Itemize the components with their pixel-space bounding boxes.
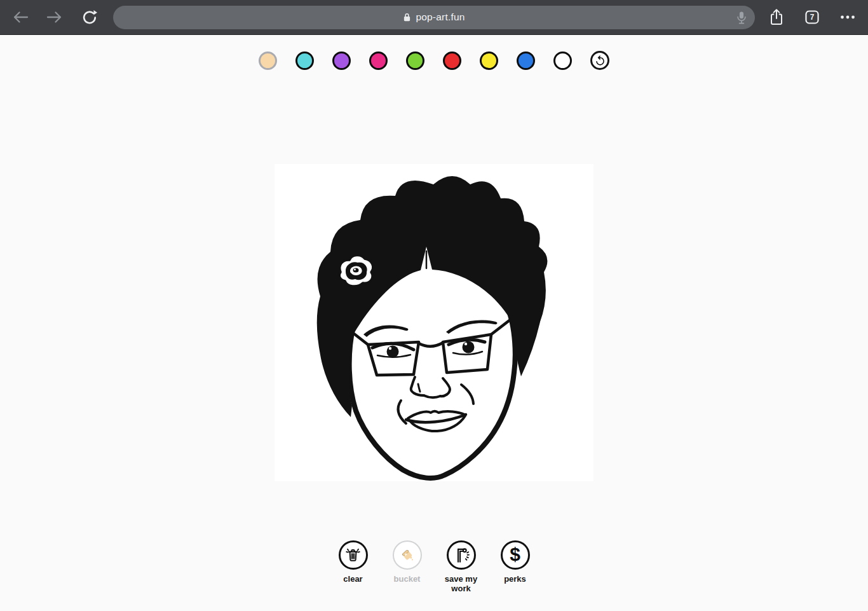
swatch-purple[interactable] [332, 51, 351, 70]
swatch-turquoise[interactable] [295, 51, 314, 70]
swatch-red[interactable] [443, 51, 461, 70]
clear-button[interactable]: clear [326, 540, 380, 594]
reload-button[interactable] [78, 6, 100, 29]
url-text-wrap: pop-art.fun [403, 11, 465, 23]
back-button[interactable] [9, 6, 32, 29]
right-pupil [463, 341, 475, 354]
swatch-skin-tan[interactable] [259, 51, 277, 70]
action-bar: clear bucket [0, 540, 868, 594]
swatch-blue[interactable] [517, 51, 535, 70]
dollar-icon: $ [510, 545, 520, 564]
microphone-icon [736, 10, 747, 25]
tabs-button[interactable]: 7 [801, 6, 824, 29]
voice-search-button[interactable] [736, 10, 747, 28]
forward-arrow-icon [46, 10, 64, 25]
undo-button[interactable] [590, 51, 609, 70]
swatch-green[interactable] [406, 51, 424, 70]
clear-label: clear [343, 574, 362, 584]
perks-label: perks [504, 574, 526, 584]
perks-button[interactable]: $ perks [488, 540, 542, 594]
browser-menu-button[interactable] [836, 6, 859, 29]
save-button-circle [447, 540, 476, 570]
rose-hair-ornament [339, 256, 373, 286]
lock-icon [403, 12, 411, 22]
share-icon [769, 8, 784, 26]
ellipsis-menu-icon [839, 10, 856, 25]
url-bar[interactable]: pop-art.fun [113, 6, 755, 29]
back-arrow-icon [11, 10, 29, 25]
url-text: pop-art.fun [416, 11, 465, 23]
app-screen: pop-art.fun 7 [0, 0, 868, 611]
clear-button-circle [339, 540, 368, 570]
undo-rotate-ccw-icon [594, 55, 606, 67]
browser-toolbar: pop-art.fun 7 [0, 0, 868, 35]
bucket-button-circle [393, 540, 422, 570]
swatch-magenta[interactable] [369, 51, 388, 70]
bucket-button[interactable]: bucket [380, 540, 434, 594]
trash-icon [344, 547, 362, 564]
swatch-yellow[interactable] [480, 51, 498, 70]
share-button[interactable] [765, 6, 788, 29]
toolbar-right-group: 7 [765, 6, 859, 29]
bucket-label: bucket [394, 574, 421, 584]
save-my-work-label: save my work [441, 574, 482, 594]
coloring-canvas[interactable] [275, 164, 593, 481]
color-palette [0, 51, 868, 70]
left-pupil [387, 346, 399, 358]
perks-button-circle: $ [501, 540, 530, 570]
portrait-line-art [275, 164, 593, 481]
swatch-white[interactable] [553, 51, 572, 70]
tab-count-badge: 7 [810, 13, 815, 22]
paint-roller-icon [452, 547, 470, 564]
save-my-work-button[interactable]: save my work [434, 540, 488, 594]
paint-bucket-icon [398, 547, 416, 564]
reload-icon [81, 9, 97, 25]
tabs-icon: 7 [804, 9, 820, 25]
forward-button[interactable] [43, 6, 66, 29]
